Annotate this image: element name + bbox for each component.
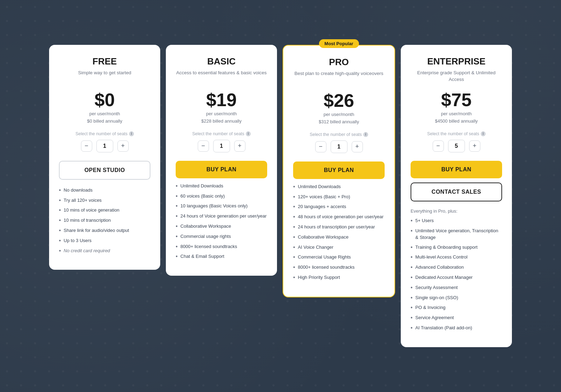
feature-item: • 24 hours of transcription per user/yea…: [293, 223, 385, 231]
feature-item: • 10 mins of voice generation: [59, 207, 150, 214]
bullet-icon: •: [293, 254, 295, 261]
feature-item: • Unlimited Downloads: [176, 183, 267, 190]
bullet-icon: •: [176, 193, 178, 200]
bullet-icon: •: [59, 247, 61, 255]
bullet-icon: •: [411, 304, 413, 311]
bullet-icon: •: [59, 197, 61, 204]
feature-item: • 120+ voices (Basic + Pro): [293, 193, 385, 201]
plan-billing-free: per user/month$0 billed annually: [59, 110, 150, 125]
feature-item: • Security Assessment: [411, 284, 502, 291]
seats-value-basic: 1: [213, 140, 230, 152]
feature-item: • Commercial usage rights: [176, 233, 267, 240]
feature-item: • Share link for audio/video output: [59, 227, 150, 234]
plan-card-enterprise: ENTERPRISEEnterprise grade Support & Unl…: [401, 45, 512, 347]
feature-item: • 10 mins of transcription: [59, 217, 150, 224]
seats-info-icon-pro[interactable]: i: [363, 132, 368, 137]
bullet-icon: •: [293, 274, 295, 281]
plan-billing-basic: per user/month$228 billed annually: [176, 110, 267, 125]
seats-increase-free[interactable]: +: [117, 140, 129, 152]
pricing-container: FREESimple way to get started$0per user/…: [49, 45, 512, 347]
features-list-pro: • Unlimited Downloads • 120+ voices (Bas…: [293, 183, 385, 281]
seats-decrease-enterprise[interactable]: −: [433, 140, 444, 152]
bullet-icon: •: [176, 202, 178, 210]
plan-price-free: $0: [59, 91, 150, 109]
plan-desc-enterprise: Enterprise grade Support & Unlimited Acc…: [411, 70, 502, 84]
plan-desc-basic: Access to essential features & basic voi…: [176, 70, 267, 84]
seats-decrease-basic[interactable]: −: [198, 140, 209, 152]
bullet-icon: •: [59, 207, 61, 214]
plan-billing-enterprise: per user/month$4500 billed annually: [411, 110, 502, 125]
plan-card-pro: Most PopularPROBest plan to create high-…: [283, 45, 395, 297]
bullet-icon: •: [59, 187, 61, 194]
secondary-button-enterprise[interactable]: CONTACT SALES: [411, 183, 502, 201]
plan-billing-pro: per user/month$312 billed annually: [293, 111, 385, 126]
bullet-icon: •: [176, 233, 178, 240]
seats-stepper-free: − 1 +: [59, 140, 150, 152]
primary-button-basic[interactable]: BUY PLAN: [176, 161, 267, 178]
feature-item: • No downloads: [59, 187, 150, 194]
seats-decrease-pro[interactable]: −: [315, 141, 326, 152]
plan-name-pro: PRO: [293, 57, 385, 68]
feature-item: • Collaborative Workspace: [293, 234, 385, 241]
feature-item: • 24 hours of Voice generation per user/…: [176, 213, 267, 220]
seats-label-pro: Select the number of seats i: [293, 132, 385, 137]
feature-item: • 8000+ licensed soundtracks: [293, 264, 385, 271]
bullet-icon: •: [176, 243, 178, 250]
feature-item: • Chat & Email Support: [176, 253, 267, 260]
bullet-icon: •: [293, 193, 295, 201]
seats-increase-enterprise[interactable]: +: [469, 140, 480, 152]
bullet-icon: •: [411, 217, 413, 225]
most-popular-badge: Most Popular: [319, 39, 359, 48]
seats-label-enterprise: Select the number of seats i: [411, 131, 502, 136]
bullet-icon: •: [293, 244, 295, 251]
feature-item: • Training & Onboarding support: [411, 244, 502, 251]
feature-item: • Collaborative Workspace: [176, 223, 267, 230]
seats-increase-basic[interactable]: +: [234, 140, 245, 152]
bullet-icon: •: [293, 213, 295, 221]
feature-item: • Single sign-on (SSO): [411, 294, 502, 302]
primary-button-enterprise[interactable]: BUY PLAN: [411, 161, 502, 178]
plan-desc-free: Simple way to get started: [59, 70, 150, 84]
bullet-icon: •: [411, 324, 413, 332]
plan-price-basic: $19: [176, 91, 267, 109]
feature-item: • 48 hours of voice generation per user/…: [293, 213, 385, 221]
feature-item: • 60 voices (Basic only): [176, 193, 267, 200]
feature-item: • Commercial Usage Rights: [293, 254, 385, 261]
primary-button-free[interactable]: OPEN STUDIO: [59, 161, 150, 180]
feature-item: • Multi-level Access Control: [411, 254, 502, 261]
seats-info-icon-free[interactable]: i: [129, 131, 134, 136]
feature-item: • Unlimited Downloads: [293, 183, 385, 191]
feature-item: • Up to 3 Users: [59, 237, 150, 245]
seats-decrease-free[interactable]: −: [81, 140, 92, 152]
bullet-icon: •: [59, 237, 61, 245]
plan-desc-pro: Best plan to create high-quality voiceov…: [293, 70, 385, 84]
seats-info-icon-enterprise[interactable]: i: [481, 131, 486, 136]
bullet-icon: •: [411, 227, 413, 235]
bullet-icon: •: [411, 254, 413, 261]
plan-name-basic: BASIC: [176, 56, 267, 67]
plan-name-free: FREE: [59, 56, 150, 67]
bullet-icon: •: [176, 253, 178, 260]
bullet-icon: •: [293, 203, 295, 211]
seats-info-icon-basic[interactable]: i: [246, 131, 251, 136]
bullet-icon: •: [293, 183, 295, 191]
bullet-icon: •: [293, 264, 295, 271]
feature-item: • High Priority Support: [293, 274, 385, 281]
feature-item: • 20 languages + accents: [293, 203, 385, 211]
seats-stepper-basic: − 1 +: [176, 140, 267, 152]
bullet-icon: •: [176, 223, 178, 230]
bullet-icon: •: [176, 183, 178, 190]
feature-item: • Unlimited Voice generation, Transcript…: [411, 227, 502, 241]
primary-button-pro[interactable]: BUY PLAN: [293, 161, 385, 179]
seats-increase-pro[interactable]: +: [352, 141, 363, 152]
bullet-icon: •: [59, 227, 61, 234]
bullet-icon: •: [59, 217, 61, 224]
features-list-basic: • Unlimited Downloads • 60 voices (Basic…: [176, 183, 267, 260]
bullet-icon: •: [293, 223, 295, 231]
feature-item: • 10 languages (Basic Voices only): [176, 202, 267, 210]
bullet-icon: •: [411, 244, 413, 251]
seats-stepper-pro: − 1 +: [293, 140, 385, 153]
feature-item: • Dedicated Account Manager: [411, 274, 502, 281]
bullet-icon: •: [411, 314, 413, 322]
feature-item: • Service Agreement: [411, 314, 502, 322]
